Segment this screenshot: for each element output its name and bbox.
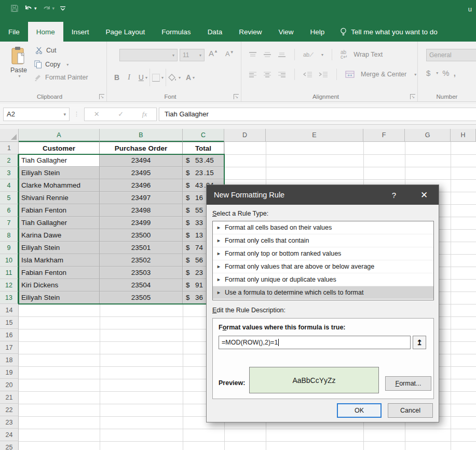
table-header-cell[interactable]: Customer (19, 142, 100, 154)
row-header-1[interactable]: 1 (0, 142, 19, 154)
currency-format-button[interactable]: $ (426, 69, 430, 77)
cell-customer[interactable]: Fabian Fenton (19, 267, 100, 279)
row-header-19[interactable]: 19 (0, 366, 19, 379)
row-header-5[interactable]: 5 (0, 192, 19, 204)
cell-purchase-order[interactable]: 23501 (100, 242, 183, 254)
merge-center-button[interactable]: Merge & Center (361, 71, 406, 78)
align-right-icon[interactable] (278, 71, 286, 77)
select-all-corner[interactable] (0, 129, 19, 142)
row-header-23[interactable]: 23 (0, 416, 19, 429)
wrap-text-button[interactable]: Wrap Text (353, 51, 383, 58)
column-header-h[interactable]: H (451, 129, 476, 142)
alignment-dialog-launcher-icon[interactable]: ↘ (410, 94, 415, 99)
cell-customer[interactable]: Shivani Rennie (19, 192, 100, 204)
undo-dropdown-icon[interactable]: ▾ (34, 6, 37, 11)
tab-home[interactable]: Home (28, 22, 63, 42)
dialog-help-button[interactable]: ? (384, 185, 404, 205)
row-header-11[interactable]: 11 (0, 267, 19, 279)
merge-center-dropdown-icon[interactable]: ▾ (414, 72, 416, 77)
insert-function-icon[interactable]: fx (142, 110, 147, 118)
table-header-cell[interactable]: Purchase Order (100, 142, 183, 154)
rule-type-item[interactable]: ►Use a formula to determine which cells … (213, 286, 433, 299)
bold-button[interactable]: B (114, 73, 119, 82)
top-align-icon[interactable] (249, 51, 257, 58)
customize-qat-icon[interactable] (60, 5, 66, 12)
row-header-18[interactable]: 18 (0, 354, 19, 366)
column-header-b[interactable]: B (100, 129, 183, 142)
row-header-17[interactable]: 17 (0, 341, 19, 354)
fill-color-icon[interactable] (168, 74, 177, 82)
ok-button[interactable]: OK (337, 403, 382, 418)
italic-button[interactable]: I (128, 73, 130, 82)
orientation-icon[interactable]: ab⟋ (303, 51, 314, 58)
bottom-align-icon[interactable] (278, 51, 286, 58)
cell-purchase-order[interactable]: 23497 (100, 192, 183, 204)
align-center-icon[interactable] (263, 71, 271, 77)
cell-customer[interactable]: Clarke Mohammed (19, 179, 100, 192)
font-size-combo[interactable]: 11▾ (180, 49, 205, 61)
cell-customer[interactable]: Tiah Gallagher (19, 154, 100, 167)
row-header-4[interactable]: 4 (0, 179, 19, 192)
rule-type-item[interactable]: ►Format only cells that contain (213, 234, 433, 247)
formula-input[interactable]: =MOD(ROW(),2)=1 (219, 336, 411, 349)
row-header-9[interactable]: 9 (0, 242, 19, 254)
row-header-10[interactable]: 10 (0, 254, 19, 267)
row-header-2[interactable]: 2 (0, 154, 19, 167)
row-header-14[interactable]: 14 (0, 304, 19, 316)
formula-bar-input[interactable]: Tiah Gallagher (159, 108, 476, 121)
undo-button[interactable]: ▾ (24, 5, 37, 12)
grow-font-button[interactable]: A▲ (209, 49, 218, 58)
cell-total[interactable]: $53.45 (183, 154, 224, 167)
cell-customer[interactable]: Eiliyah Stein (19, 242, 100, 254)
percent-format-button[interactable]: % (442, 69, 449, 77)
row-header-13[interactable]: 13 (0, 292, 19, 304)
cell-purchase-order[interactable]: 23502 (100, 254, 183, 267)
row-header-12[interactable]: 12 (0, 279, 19, 292)
cell-customer[interactable]: Eiliyah Stein (19, 292, 100, 304)
rule-type-list[interactable]: ►Format all cells based on their values►… (212, 221, 434, 300)
column-header-f[interactable]: F (363, 129, 405, 142)
format-button[interactable]: Format... (385, 376, 431, 391)
cell-purchase-order[interactable]: 23494 (100, 154, 183, 167)
underline-dropdown-icon[interactable]: ▾ (145, 75, 147, 80)
comma-format-button[interactable]: , (454, 69, 456, 77)
row-header-25[interactable]: 25 (0, 441, 19, 450)
tab-file[interactable]: File (0, 22, 28, 42)
save-icon[interactable] (10, 4, 19, 12)
rule-type-item[interactable]: ►Format only values that are above or be… (213, 260, 433, 273)
align-left-icon[interactable] (249, 71, 257, 77)
tab-view[interactable]: View (270, 22, 302, 42)
column-header-e[interactable]: E (266, 129, 363, 142)
rule-type-item[interactable]: ►Format only top or bottom ranked values (213, 247, 433, 260)
cell-customer[interactable]: Kiri Dickens (19, 279, 100, 292)
currency-dropdown-icon[interactable]: ▾ (436, 71, 438, 75)
row-header-15[interactable]: 15 (0, 316, 19, 329)
column-header-d[interactable]: D (224, 129, 266, 142)
borders-dropdown-icon[interactable]: ▾ (161, 75, 164, 80)
cancel-entry-icon[interactable]: ✕ (94, 110, 100, 118)
cell-customer[interactable]: Fabian Fenton (19, 204, 100, 217)
underline-button[interactable]: U (139, 73, 144, 82)
orientation-dropdown-icon[interactable]: ▾ (321, 52, 323, 57)
collapse-dialog-button[interactable]: ↥ (413, 336, 426, 349)
tab-formulas[interactable]: Formulas (153, 22, 199, 42)
tab-page-layout[interactable]: Page Layout (98, 22, 154, 42)
row-header-24[interactable]: 24 (0, 429, 19, 441)
fill-color-dropdown-icon[interactable]: ▾ (179, 75, 181, 80)
name-box-dropdown-icon[interactable]: ▾ (63, 112, 66, 117)
font-color-dropdown-icon[interactable]: ▾ (193, 75, 195, 80)
cancel-button[interactable]: Cancel (388, 403, 433, 418)
cell-customer[interactable]: Tiah Gallagher (19, 217, 100, 229)
row-header-3[interactable]: 3 (0, 167, 19, 179)
row-header-22[interactable]: 22 (0, 404, 19, 416)
paste-button[interactable]: Paste ▾ (6, 46, 31, 78)
redo-button[interactable]: ▾ (42, 5, 55, 12)
redo-dropdown-icon[interactable]: ▾ (52, 6, 55, 11)
column-header-a[interactable]: A (19, 129, 100, 142)
borders-icon[interactable] (152, 74, 160, 82)
column-header-c[interactable]: C (183, 129, 224, 142)
shrink-font-button[interactable]: A▼ (225, 50, 234, 58)
table-header-cell[interactable]: Total (183, 142, 224, 154)
cell-purchase-order[interactable]: 23500 (100, 229, 183, 242)
copy-button[interactable]: Copy ▾ (34, 60, 69, 69)
